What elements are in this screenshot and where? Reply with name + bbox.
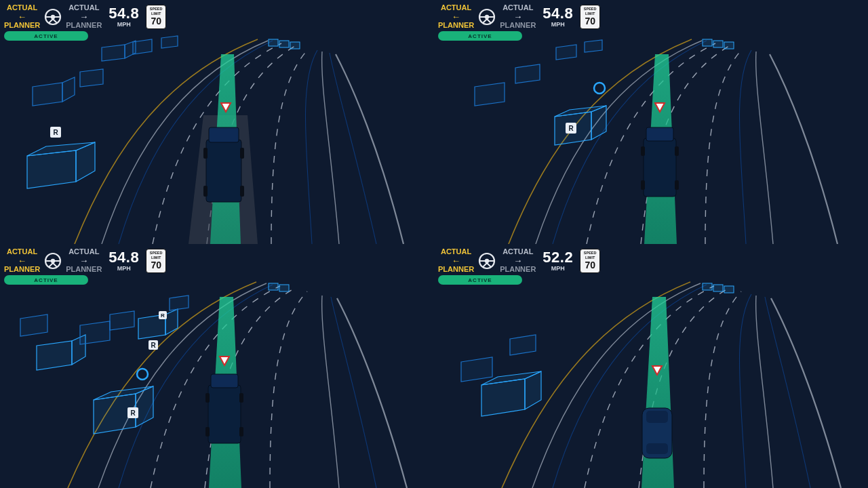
r-chip: R [566, 123, 576, 134]
ego-vehicle-van [642, 408, 672, 458]
svg-rect-18 [206, 140, 241, 202]
svg-marker-79 [461, 357, 492, 382]
detected-object [461, 357, 492, 382]
detected-object [33, 77, 75, 106]
svg-rect-21 [240, 148, 244, 159]
hud: ACTUAL←PLANNER ACTUAL→PLANNER 52.2MPH SP… [438, 248, 600, 285]
panel-tr: ACTUAL ← PLANNER ACTUAL → PLANNER 54.8 M… [434, 0, 868, 244]
panel-tl: ACTUAL ← PLANNER ACTUAL → PLANNER 54.8 M… [0, 0, 434, 244]
svg-marker-80 [510, 335, 536, 355]
svg-rect-28 [713, 41, 723, 47]
detected-object [80, 321, 110, 344]
status-badge: ACTIVE [4, 31, 88, 41]
detected-object [585, 40, 602, 52]
svg-rect-20 [203, 148, 208, 159]
svg-marker-16 [133, 39, 152, 54]
label-planner: PLANNER [66, 22, 102, 29]
panel-bl: ACTUAL←PLANNER ACTUAL→PLANNER 54.8MPH SP… [0, 244, 434, 488]
svg-marker-6 [27, 150, 76, 188]
steering-wheel-icon [44, 8, 62, 26]
status-badge: ACTIVE [4, 275, 88, 285]
distant-cluster [703, 283, 734, 293]
svg-rect-23 [240, 186, 244, 197]
ego-vehicle-truck [205, 374, 243, 443]
detected-object [102, 41, 136, 61]
detected-object [170, 296, 189, 310]
arrow-left-icon: ← [452, 12, 460, 21]
svg-rect-72 [239, 427, 243, 436]
arrow-right-icon: → [513, 12, 522, 21]
hud: ACTUAL←PLANNER ACTUAL→PLANNER 54.8MPH SP… [4, 248, 166, 285]
detected-object [133, 39, 152, 54]
svg-text:R: R [53, 129, 58, 136]
ego-vehicle-truck [203, 127, 244, 202]
detected-object [110, 311, 134, 330]
arrow-right-icon: → [513, 256, 522, 265]
svg-rect-85 [646, 411, 668, 423]
hud: ACTUAL ← PLANNER ACTUAL → PLANNER 54.8 M… [4, 4, 166, 41]
detected-object [94, 386, 153, 434]
svg-rect-83 [724, 286, 734, 293]
svg-rect-71 [205, 427, 210, 436]
svg-marker-55 [80, 321, 110, 344]
svg-rect-3 [269, 39, 278, 46]
actual-planner-left: ACTUAL ← PLANNER [438, 4, 474, 29]
steering-wheel-icon [478, 252, 496, 270]
svg-rect-40 [646, 127, 673, 141]
svg-rect-29 [724, 42, 734, 49]
speed-limit-sign: SPEED LIMIT 70 [146, 5, 166, 29]
r-chip: R [149, 340, 158, 350]
arrow-right-icon: → [79, 256, 88, 265]
ring-marker [594, 83, 605, 94]
svg-marker-56 [110, 311, 134, 330]
svg-rect-81 [703, 283, 712, 290]
r-chip: R [127, 407, 138, 418]
limit-value: 70 [151, 16, 161, 26]
svg-marker-36 [515, 64, 540, 83]
panel-br: ACTUAL←PLANNER ACTUAL→PLANNER 52.2MPH SP… [434, 244, 868, 488]
label-planner: PLANNER [4, 22, 40, 29]
svg-marker-35 [475, 83, 505, 106]
svg-text:R: R [130, 409, 136, 417]
svg-marker-13 [80, 69, 103, 87]
svg-marker-12 [62, 77, 75, 102]
detected-object [27, 142, 95, 188]
svg-marker-61 [20, 314, 47, 336]
distant-cluster [269, 39, 300, 49]
steering-wheel-icon [44, 252, 62, 270]
quad-grid: ACTUAL ← PLANNER ACTUAL → PLANNER 54.8 M… [0, 0, 868, 488]
svg-text:R: R [161, 312, 165, 319]
label-actual: ACTUAL [7, 4, 37, 12]
svg-rect-86 [646, 443, 668, 454]
detected-object [515, 64, 540, 83]
r-chip: R [159, 311, 167, 319]
r-chip: R [50, 127, 61, 138]
ring-marker [137, 369, 148, 380]
detected-object [80, 69, 103, 87]
speed-limit-sign: SPEEDLIMIT70 [146, 249, 166, 273]
svg-rect-43 [641, 180, 645, 190]
status-badge: ACTIVE [438, 275, 522, 285]
actual-planner-right: ACTUAL → PLANNER [500, 4, 536, 29]
svg-marker-62 [170, 296, 189, 310]
detected-object [510, 335, 536, 355]
detected-object [556, 45, 576, 60]
speed-readout: 54.8 MPH [542, 6, 573, 28]
svg-rect-41 [641, 146, 645, 156]
planned-path [642, 297, 674, 488]
svg-rect-19 [209, 127, 239, 142]
status-badge: ACTIVE [438, 31, 522, 41]
svg-text:R: R [568, 125, 574, 132]
svg-marker-11 [33, 83, 62, 106]
svg-rect-39 [644, 138, 676, 197]
svg-rect-68 [211, 374, 238, 388]
limit-label-1: SPEED [150, 7, 163, 12]
arrow-left-icon: ← [18, 256, 26, 265]
svg-marker-37 [556, 45, 576, 60]
arrow-left-icon: ← [452, 256, 460, 265]
svg-rect-69 [205, 393, 210, 403]
speed-readout: 54.8 MPH [108, 6, 139, 28]
speed-value: 54.8 [108, 6, 139, 21]
arrow-right-icon: → [79, 12, 88, 21]
detected-object [20, 314, 47, 336]
